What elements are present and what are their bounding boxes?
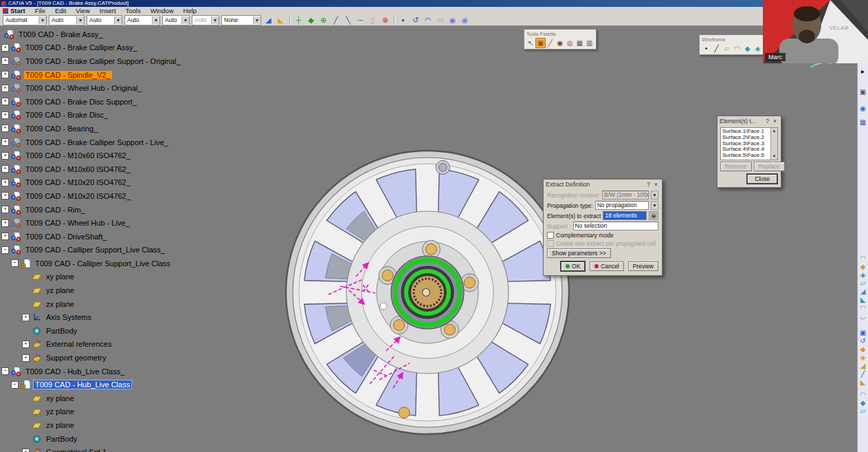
toolbar-dropdown-4[interactable]: Auto▼	[162, 15, 190, 25]
smart-pick-icon[interactable]: ╲	[343, 15, 353, 25]
render-tools-icon[interactable]: ◉	[858, 105, 867, 113]
mask-icon[interactable]: ▭	[435, 15, 445, 25]
tree-row[interactable]: PartBody	[0, 432, 220, 446]
tree-row[interactable]: +T009 CAD - M10x20 ISO4762_	[0, 176, 220, 190]
expand-icon[interactable]: +	[1, 219, 9, 227]
fill-surface-icon[interactable]: ◈	[753, 44, 762, 53]
multiple-extract-icon[interactable]: ◣	[858, 296, 867, 304]
help-icon[interactable]: ?	[645, 181, 652, 188]
compass-manipulation-icon[interactable]: ◆	[306, 15, 316, 25]
expand-icon[interactable]: +	[22, 449, 30, 452]
menu-item-help[interactable]: Help	[179, 7, 202, 14]
sweep-surface-icon[interactable]: ◆	[743, 44, 752, 53]
expand-icon[interactable]: +	[22, 314, 30, 321]
tree-row[interactable]: +Support geometry	[0, 351, 220, 365]
capture-2-icon[interactable]: ▥	[586, 39, 594, 47]
expand-icon[interactable]: +	[22, 354, 30, 362]
tree-item-label[interactable]: Support geometry	[45, 354, 107, 362]
expand-icon[interactable]: +	[1, 98, 9, 105]
expand-icon[interactable]: +	[1, 179, 9, 186]
tree-item-label[interactable]: T009 CAD - DriveShaft_	[24, 233, 109, 241]
expand-icon[interactable]: +	[1, 71, 9, 78]
elements-to-extract-field[interactable]: 18 elements	[603, 211, 647, 220]
elements-list-icon[interactable]: ▤	[649, 211, 658, 220]
tree-row[interactable]: +T009 CAD - DriveShaft_	[0, 230, 220, 244]
zoom-all-icon[interactable]: ◎	[566, 39, 574, 47]
surface-list-item[interactable]: Surface.5\Face.5	[722, 153, 770, 159]
tree-item-label[interactable]: T009 CAD - Brake Disc_	[24, 111, 109, 119]
expand-icon[interactable]: +	[1, 85, 9, 92]
scaling-icon[interactable]: ◈	[858, 354, 867, 362]
expand-icon[interactable]: +	[1, 44, 9, 52]
extrude-surface-icon[interactable]: ◠	[733, 44, 742, 53]
close-icon[interactable]: ×	[652, 181, 660, 188]
tree-item-label[interactable]: yz plane	[45, 286, 76, 294]
tree-item-label[interactable]: T009 CAD - Hub_Live Class	[34, 380, 131, 389]
tree-item-label[interactable]: T009 CAD - M10x60 ISO4762_	[24, 151, 132, 160]
split-surface-icon[interactable]: ◆	[858, 263, 867, 271]
help-icon[interactable]: ?	[764, 118, 771, 125]
tree-item-label[interactable]: T009 CAD - M10x20 ISO4762_	[24, 192, 132, 200]
chevron-down-icon[interactable]: ▼	[651, 201, 658, 210]
point-tool-icon[interactable]: •	[702, 44, 711, 53]
snap-icon[interactable]: ⊕	[318, 15, 329, 25]
tree-row[interactable]: yz plane	[0, 405, 220, 419]
tree-row[interactable]: +Axis Systems	[0, 310, 220, 324]
collapse-icon[interactable]: −	[11, 381, 19, 389]
menu-item-file[interactable]: File	[30, 7, 50, 14]
tree-row[interactable]: +T009 CAD - Brake Calliper Assy_	[0, 41, 220, 55]
develop-icon[interactable]: ◆	[858, 399, 867, 407]
measure-item-icon[interactable]: ▯	[368, 15, 378, 25]
tree-item-label[interactable]: T009 CAD - Wheel Hub - Live_	[24, 219, 131, 227]
tree-row[interactable]: +T009 CAD - Brake Disc_	[0, 109, 220, 122]
tree-row[interactable]: +T009 CAD - Spindle_V2_	[0, 68, 220, 82]
tree-row[interactable]: zx plane	[0, 297, 220, 311]
tree-row[interactable]: PartBody	[0, 324, 220, 338]
tree-row[interactable]: +T009 CAD - Bearing_	[0, 122, 220, 136]
tree-item-label[interactable]: T009 CAD - Hub_Live Class_	[24, 367, 126, 376]
menu-item-view[interactable]: View	[71, 7, 94, 14]
expand-icon[interactable]: +	[1, 206, 9, 213]
highlighter-icon[interactable]: ◣	[276, 15, 286, 25]
move-4way-icon[interactable]: ┼	[293, 15, 304, 25]
menu-item-edit[interactable]: Edit	[50, 7, 71, 14]
scrollbar[interactable]: ▲▼	[770, 128, 777, 160]
plane-tool-icon[interactable]: ▱	[722, 44, 731, 53]
tree-row[interactable]: T009 CAD - Brake Assy_	[0, 28, 220, 41]
propagation-type-select[interactable]: No propagation	[595, 201, 649, 210]
tree-row[interactable]: −T009 CAD - Hub_Live Class	[0, 378, 220, 391]
tree-item-label[interactable]: T009 CAD - M10x60 ISO4762_	[24, 165, 132, 173]
expand-icon[interactable]: +	[1, 111, 9, 119]
collapse-icon[interactable]: −	[11, 259, 19, 267]
tree-row[interactable]: −T009 CAD - Calliper Support_Live Class_	[0, 244, 220, 257]
toolbar-dropdown-1[interactable]: Auto▼	[49, 15, 85, 25]
active-mode-icon[interactable]: ▣	[536, 39, 544, 47]
arc-icon[interactable]: ◠	[423, 15, 433, 25]
near-icon[interactable]: ◣	[858, 378, 867, 387]
tree-row[interactable]: +T009 CAD - M10x60 ISO4762_	[0, 162, 220, 176]
expand-icon[interactable]: +	[1, 233, 9, 240]
edge-fillet-icon[interactable]: ◡	[858, 312, 867, 321]
zoom-selection-icon[interactable]: ◉	[556, 39, 564, 47]
affinity-icon[interactable]: ◢	[858, 362, 867, 370]
tree-row[interactable]: +T009 CAD - Brake Disc Support_	[0, 95, 220, 109]
tree-item-label[interactable]: T009 CAD - Brake Calliper Support - Live…	[24, 138, 170, 147]
tree-item-label[interactable]: T009 CAD - Bearing_	[24, 125, 99, 133]
tree-row[interactable]: xy plane	[0, 391, 220, 405]
menu-item-start[interactable]: Start	[0, 7, 30, 14]
trim-surface-icon[interactable]: ◈	[858, 271, 867, 279]
point-icon[interactable]: •	[398, 15, 408, 25]
toolbar-dropdown-6[interactable]: None▼	[221, 15, 261, 25]
apply-material-icon[interactable]: ▣	[858, 88, 867, 96]
paintbrush-icon[interactable]: ◢	[263, 15, 274, 25]
title-bar[interactable]: CATIA V5 - [T009 CAD - Brake Assy.CATPro…	[0, 0, 868, 7]
no-pick-icon[interactable]: ⊗	[380, 15, 390, 25]
tree-row[interactable]: zx plane	[0, 418, 220, 432]
tree-item-label[interactable]: Geometrical Set.1	[45, 448, 108, 452]
tree-item-label[interactable]: xy plane	[45, 394, 76, 402]
cancel-button[interactable]: Cancel	[590, 261, 623, 271]
tree-item-label[interactable]: T009 CAD - Rim_	[24, 206, 87, 214]
expand-icon[interactable]: +	[1, 125, 9, 132]
menu-item-tools[interactable]: Tools	[121, 7, 146, 14]
elements-list[interactable]: Surface.1\Face.1Surface.2\Face.2Surface.…	[720, 127, 778, 160]
